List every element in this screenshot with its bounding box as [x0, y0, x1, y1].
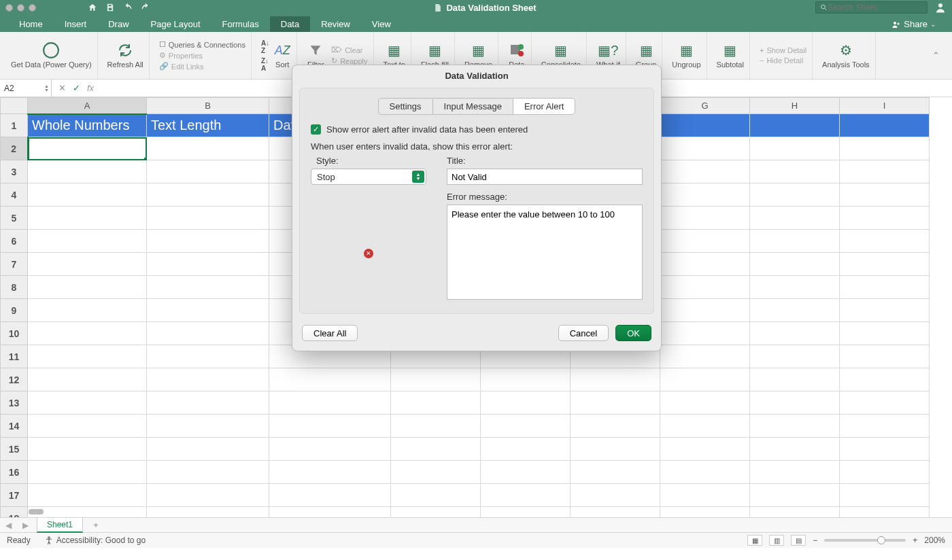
style-select[interactable]: Stop ▲▼ — [311, 169, 426, 185]
cell[interactable] — [750, 391, 840, 415]
cell[interactable] — [391, 484, 481, 507]
dialog-tab-input-message[interactable]: Input Message — [433, 98, 513, 115]
cell[interactable] — [660, 368, 750, 391]
cell[interactable] — [269, 368, 391, 391]
cell[interactable] — [571, 368, 660, 391]
column-header[interactable]: B — [147, 98, 269, 114]
cell[interactable] — [750, 230, 840, 253]
zoom-slider[interactable] — [824, 539, 906, 542]
undo-icon[interactable] — [119, 3, 137, 12]
cell[interactable] — [28, 183, 147, 207]
cell[interactable] — [750, 114, 840, 137]
cell[interactable] — [28, 415, 147, 438]
queries-connections[interactable]: ☐ Queries & Connections — [159, 40, 245, 49]
cell[interactable] — [481, 368, 571, 391]
sheet-nav-next[interactable]: ▶ — [17, 521, 34, 530]
cell[interactable] — [840, 253, 930, 276]
account-icon[interactable] — [934, 1, 947, 14]
collapse-ribbon[interactable]: ⌃ — [925, 50, 947, 60]
sheet-nav-prev[interactable]: ◀ — [0, 521, 17, 530]
cell[interactable] — [840, 207, 930, 230]
sort-asc[interactable]: A↓Z — [261, 39, 269, 54]
fx-icon[interactable]: fx — [87, 83, 94, 93]
error-title-input[interactable] — [447, 169, 643, 185]
cell[interactable] — [147, 276, 269, 299]
cell[interactable] — [28, 299, 147, 322]
cell[interactable] — [840, 345, 930, 368]
cell[interactable] — [28, 507, 147, 519]
cell[interactable] — [391, 415, 481, 438]
refresh-all-button[interactable]: Refresh All — [102, 32, 150, 79]
cell[interactable] — [147, 160, 269, 183]
cell[interactable] — [28, 137, 147, 160]
tab-home[interactable]: Home — [8, 16, 54, 32]
cell[interactable] — [28, 253, 147, 276]
home-icon[interactable] — [84, 3, 101, 12]
cell[interactable] — [840, 415, 930, 438]
redo-icon[interactable] — [137, 3, 154, 12]
cell[interactable] — [28, 276, 147, 299]
cell[interactable] — [660, 183, 750, 207]
dialog-tab-error-alert[interactable]: Error Alert — [513, 98, 576, 115]
row-header[interactable]: 4 — [1, 183, 28, 207]
cell[interactable] — [147, 461, 269, 484]
cell[interactable] — [571, 415, 660, 438]
cell[interactable] — [28, 207, 147, 230]
minimize-window[interactable] — [17, 4, 24, 12]
row-header[interactable]: 11 — [1, 345, 28, 368]
cell[interactable] — [660, 114, 750, 137]
cell[interactable] — [147, 507, 269, 519]
row-header[interactable]: 8 — [1, 276, 28, 299]
sort-button[interactable]: AZ Sort — [273, 41, 291, 69]
share-button[interactable]: Share⌄ — [885, 16, 942, 32]
cell[interactable] — [147, 207, 269, 230]
cell[interactable] — [28, 391, 147, 415]
row-header[interactable]: 9 — [1, 299, 28, 322]
cell[interactable] — [840, 114, 930, 137]
row-header[interactable]: 18 — [1, 507, 28, 519]
row-header[interactable]: 13 — [1, 391, 28, 415]
cell[interactable] — [28, 438, 147, 461]
cell[interactable] — [840, 183, 930, 207]
sort-desc[interactable]: Z↓A — [261, 57, 269, 72]
view-page-layout[interactable]: ▥ — [769, 535, 784, 546]
cell[interactable] — [481, 461, 571, 484]
cell[interactable] — [481, 507, 571, 519]
cancel-formula-icon[interactable]: ✕ — [58, 83, 66, 93]
row-header[interactable]: 16 — [1, 461, 28, 484]
cell[interactable] — [28, 160, 147, 183]
cell[interactable] — [750, 461, 840, 484]
cell[interactable] — [840, 391, 930, 415]
save-icon[interactable] — [101, 3, 119, 12]
add-sheet-button[interactable]: + — [88, 520, 103, 531]
cell[interactable] — [840, 438, 930, 461]
row-header[interactable]: 12 — [1, 368, 28, 391]
cell[interactable] — [840, 461, 930, 484]
tab-review[interactable]: Review — [310, 16, 361, 32]
cell[interactable] — [660, 276, 750, 299]
cell[interactable] — [660, 137, 750, 160]
clear-all-button[interactable]: Clear All — [302, 325, 358, 341]
cell[interactable] — [660, 507, 750, 519]
cell[interactable] — [481, 391, 571, 415]
cell[interactable]: Text Length — [147, 114, 269, 137]
cell[interactable] — [147, 391, 269, 415]
cell[interactable] — [147, 368, 269, 391]
row-header[interactable]: 6 — [1, 230, 28, 253]
cell[interactable] — [147, 137, 269, 160]
row-header[interactable]: 5 — [1, 207, 28, 230]
cell[interactable] — [840, 299, 930, 322]
cell[interactable] — [391, 438, 481, 461]
cell[interactable] — [147, 299, 269, 322]
cell[interactable] — [660, 345, 750, 368]
cell[interactable] — [28, 461, 147, 484]
cell[interactable] — [269, 461, 391, 484]
cell[interactable] — [147, 322, 269, 345]
cell[interactable] — [28, 322, 147, 345]
row-header[interactable]: 15 — [1, 438, 28, 461]
view-page-break[interactable]: ▤ — [791, 535, 806, 546]
cell[interactable] — [660, 415, 750, 438]
cell[interactable] — [147, 230, 269, 253]
zoom-in[interactable]: + — [913, 536, 917, 545]
tab-draw[interactable]: Draw — [97, 16, 139, 32]
